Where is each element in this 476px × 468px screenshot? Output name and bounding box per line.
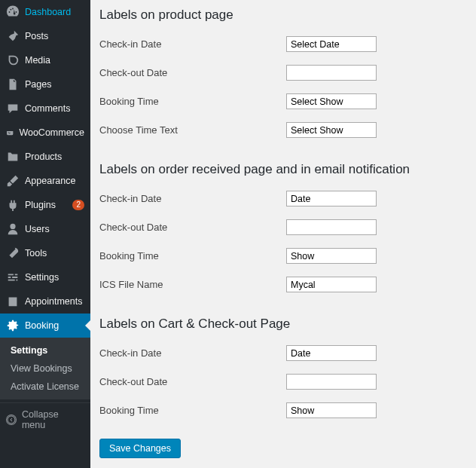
- sidebar-item-comments[interactable]: Comments: [0, 96, 90, 121]
- sidebar-item-booking[interactable]: Booking: [0, 314, 90, 338]
- collapse-label: Collapse menu: [22, 409, 84, 430]
- form-row: Check-in Date: [99, 36, 461, 52]
- sidebar-item-settings[interactable]: Settings: [0, 265, 90, 289]
- calendar-icon: [6, 295, 20, 308]
- checkin-input[interactable]: [286, 36, 377, 52]
- admin-sidebar: Dashboard Posts Media Pages Comments Woo…: [0, 0, 90, 468]
- checkin-label: Check-in Date: [99, 347, 286, 359]
- sidebar-item-woocommerce[interactable]: WooCommerce: [0, 121, 90, 145]
- menu-label: Appearance: [25, 176, 84, 186]
- svg-point-0: [8, 416, 15, 424]
- sidebar-item-appearance[interactable]: Appearance: [0, 169, 90, 193]
- form-row: Booking Time: [99, 248, 461, 264]
- gear-icon: [6, 319, 20, 332]
- checkout-input[interactable]: [286, 374, 377, 390]
- section-heading-cart: Labels on Cart & Check-out Page: [99, 317, 461, 332]
- checkout-label: Check-out Date: [99, 376, 286, 387]
- sliders-icon: [6, 271, 20, 284]
- checkout-input[interactable]: [286, 65, 377, 81]
- submenu-item-settings[interactable]: Settings: [0, 341, 90, 359]
- collapse-icon: [6, 414, 17, 425]
- menu-label: Users: [25, 224, 84, 234]
- submenu-item-activate-license[interactable]: Activate License: [0, 378, 90, 396]
- update-badge: 2: [72, 200, 84, 210]
- sidebar-item-appointments[interactable]: Appointments: [0, 289, 90, 314]
- form-row: Check-in Date: [99, 191, 461, 206]
- form-row: Check-in Date: [99, 345, 461, 361]
- checkin-label: Check-in Date: [99, 38, 286, 50]
- section-heading-order: Labels on order received page and in ema…: [99, 162, 461, 177]
- submenu-item-view-bookings[interactable]: View Bookings: [0, 359, 90, 378]
- form-row: Choose Time Text: [99, 122, 461, 138]
- sidebar-item-dashboard[interactable]: Dashboard: [0, 0, 90, 24]
- woocommerce-icon: [6, 126, 14, 139]
- user-icon: [6, 222, 20, 236]
- bookingtime-input[interactable]: [286, 402, 377, 418]
- menu-label: Comments: [25, 103, 84, 114]
- ics-input[interactable]: [286, 277, 377, 292]
- bookingtime-label: Booking Time: [99, 405, 286, 416]
- checkin-input[interactable]: [286, 191, 377, 206]
- wrench-icon: [6, 246, 20, 260]
- menu-label: Pages: [25, 79, 84, 90]
- choosetime-input[interactable]: [286, 122, 377, 138]
- checkout-label: Check-out Date: [99, 67, 286, 78]
- sidebar-item-products[interactable]: Products: [0, 145, 90, 169]
- bookingtime-input[interactable]: [286, 93, 377, 109]
- bookingtime-input[interactable]: [286, 248, 377, 264]
- checkout-input[interactable]: [286, 219, 377, 235]
- sidebar-item-pages[interactable]: Pages: [0, 72, 90, 96]
- sidebar-item-plugins[interactable]: Plugins 2: [0, 193, 90, 217]
- pin-icon: [6, 29, 20, 43]
- checkin-input[interactable]: [286, 345, 377, 361]
- brush-icon: [6, 174, 20, 188]
- form-row: Check-out Date: [99, 65, 461, 81]
- media-icon: [6, 54, 20, 67]
- checkin-label: Check-in Date: [99, 193, 286, 204]
- sidebar-item-tools[interactable]: Tools: [0, 241, 90, 265]
- section-heading-product: Labels on product page: [99, 8, 461, 23]
- menu-label: Media: [25, 55, 84, 66]
- menu-label: Booking: [25, 320, 84, 331]
- menu-label: Dashboard: [25, 7, 84, 17]
- main-content: Labels on product page Check-in Date Che…: [90, 0, 476, 468]
- choosetime-label: Choose Time Text: [99, 124, 286, 136]
- form-row: ICS File Name: [99, 277, 461, 292]
- sidebar-submenu: Settings View Bookings Activate License: [0, 338, 90, 399]
- plug-icon: [6, 198, 20, 212]
- menu-label: Posts: [25, 31, 84, 41]
- menu-label: Appointments: [25, 296, 84, 307]
- bookingtime-label: Booking Time: [99, 250, 286, 262]
- sidebar-item-users[interactable]: Users: [0, 217, 90, 241]
- menu-label: Tools: [25, 248, 84, 258]
- gauge-icon: [6, 5, 20, 19]
- form-row: Booking Time: [99, 93, 461, 109]
- menu-label: Plugins: [25, 200, 69, 210]
- form-row: Check-out Date: [99, 219, 461, 235]
- products-icon: [6, 150, 20, 164]
- form-row: Booking Time: [99, 402, 461, 418]
- menu-label: Products: [25, 151, 84, 162]
- bookingtime-label: Booking Time: [99, 96, 286, 107]
- page-icon: [6, 78, 20, 91]
- ics-label: ICS File Name: [99, 279, 286, 290]
- save-button[interactable]: Save Changes: [99, 439, 181, 458]
- collapse-menu[interactable]: Collapse menu: [0, 402, 90, 436]
- sidebar-item-posts[interactable]: Posts: [0, 24, 90, 48]
- form-row: Check-out Date: [99, 374, 461, 390]
- comment-icon: [6, 102, 20, 115]
- checkout-label: Check-out Date: [99, 222, 286, 233]
- menu-label: Settings: [25, 272, 84, 283]
- sidebar-item-media[interactable]: Media: [0, 48, 90, 72]
- menu-label: WooCommerce: [19, 127, 84, 138]
